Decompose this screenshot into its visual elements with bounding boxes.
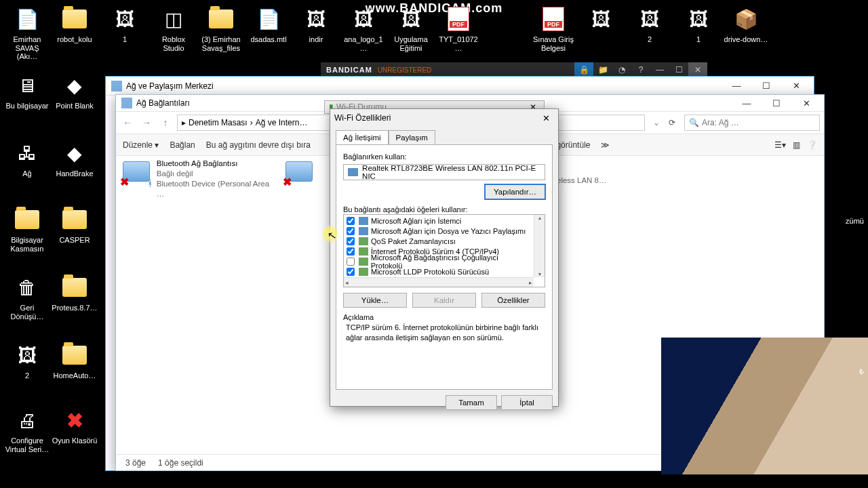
refresh-button[interactable]: ⟳: [664, 115, 680, 131]
protocol-checkbox[interactable]: [347, 217, 355, 225]
desktop-icon[interactable]: 🗑Geri Dönüşü…: [4, 274, 50, 321]
desktop-icon[interactable]: 🖧Ağ: [4, 140, 50, 178]
protocol-item[interactable]: Microsoft Ağ Bağdaştırıcısı Çoğullayıcı …: [345, 256, 532, 266]
back-button[interactable]: ←: [120, 115, 135, 130]
adapter-icon: [348, 168, 358, 176]
protocol-checkbox[interactable]: [347, 227, 355, 235]
desktop-icon-label: HandBrake: [52, 169, 98, 178]
desktop-icon-label: ana_logo_1…: [340, 35, 387, 52]
tabs: Ağ İletişimi Paylaşım: [330, 127, 558, 144]
properties-button[interactable]: Özellikler: [481, 293, 545, 308]
desktop-icon[interactable]: (3) Emirhan Savaş_files: [198, 5, 244, 52]
desktop-icon[interactable]: Bilgisayar Kasmasın: [4, 206, 50, 253]
desktop-icon[interactable]: 🖼2: [4, 342, 50, 380]
pdf-icon: PDF: [540, 5, 567, 33]
forward-button[interactable]: →: [139, 115, 154, 130]
connect-button[interactable]: Bağlan: [170, 140, 195, 150]
more-button[interactable]: ≫: [601, 140, 610, 150]
tab-networking[interactable]: Ağ İletişimi: [336, 130, 389, 145]
desktop-icon[interactable]: Proteus.8.7…: [52, 274, 98, 312]
titlebar[interactable]: Ağ ve Paylaşım Merkezi — ☐ ✕: [106, 77, 814, 96]
clock-icon[interactable]: ◔: [612, 62, 631, 77]
ok-button[interactable]: Tamam: [446, 395, 497, 410]
desktop-icon[interactable]: 🖼indir: [293, 5, 339, 44]
desktop-icon[interactable]: PDFTYT_01072…: [435, 5, 481, 52]
disable-button[interactable]: Bu ağ aygıtını devre dışı bıra: [206, 140, 311, 150]
close-button[interactable]: ✕: [781, 77, 811, 95]
minimize-button[interactable]: —: [722, 77, 751, 95]
help-icon[interactable]: ❔: [807, 140, 817, 150]
breadcrumb-item[interactable]: Ağ ve Intern…: [256, 118, 308, 127]
protocol-checkbox[interactable]: [347, 247, 355, 256]
desktop-icon[interactable]: 🖼2: [627, 5, 673, 44]
desktop-icon[interactable]: 🖼: [578, 5, 624, 35]
img-icon: 🖼: [685, 5, 712, 33]
desktop-icon[interactable]: 🖨Configure Virtual Seri…: [4, 407, 50, 453]
details-pane-icon[interactable]: ▥: [793, 140, 800, 150]
close-button[interactable]: ✕: [791, 94, 821, 112]
desktop-icon[interactable]: CASPER: [52, 206, 98, 245]
minimize-button[interactable]: —: [732, 94, 762, 112]
protocol-item[interactable]: Microsoft Ağları için Dosya ve Yazıcı Pa…: [345, 226, 532, 236]
view-menu-icon[interactable]: ☰▾: [774, 140, 786, 150]
protocol-checkbox[interactable]: [347, 268, 355, 276]
desktop-icon-label: HomeAuto…: [52, 371, 98, 380]
desktop-icon[interactable]: 🖼1: [675, 5, 722, 44]
desktop-icon[interactable]: ◆HandBrake: [52, 140, 98, 178]
protocol-list[interactable]: Microsoft Ağları için İstemciMicrosoft A…: [343, 214, 545, 287]
desktop-icon[interactable]: ✖Oyun Klasörü: [52, 407, 98, 445]
protocol-icon: [359, 227, 368, 235]
lock-icon[interactable]: 🔒: [574, 62, 593, 77]
maximize-button[interactable]: ☐: [751, 77, 781, 95]
install-button[interactable]: Yükle…: [343, 293, 407, 308]
scrollbar-horizontal[interactable]: ◂▸: [344, 277, 534, 287]
close-icon[interactable]: ✕: [688, 62, 707, 77]
desktop-icon-label: Oyun Klasörü: [52, 436, 98, 445]
folder-icon: [61, 274, 88, 301]
protocol-icon: [359, 258, 368, 266]
folder-icon: [61, 5, 88, 33]
desktop-icon[interactable]: 🖼ana_logo_1…: [340, 5, 387, 52]
desktop-icon[interactable]: 🖥Bu bilgisayar: [4, 72, 50, 110]
close-button[interactable]: ✕: [538, 111, 554, 125]
desktop-icon[interactable]: ◫Roblox Studio: [151, 5, 197, 52]
organize-menu[interactable]: Düzenle ▾: [123, 140, 159, 150]
configure-button[interactable]: Yapılandır…: [485, 184, 545, 199]
desktop-icon[interactable]: 🖼1: [102, 5, 148, 44]
search-input[interactable]: 🔍 Ara: Ağ …: [684, 115, 820, 131]
maximize-button[interactable]: ☐: [762, 94, 791, 112]
printer-icon: 🖨: [14, 407, 41, 434]
protocol-checkbox[interactable]: [347, 258, 355, 266]
connection-item-bluetooth[interactable]: ✖ᚼ Bluetooth Ağ Bağlantısı Bağlı değil B…: [123, 159, 279, 199]
desktop-icon[interactable]: robot_kolu: [52, 5, 98, 44]
help-icon[interactable]: ?: [631, 62, 650, 77]
bandicam-toolbar: BANDICAM UNREGISTERED 🔒 📁 ◔ ? — ☐ ✕: [321, 62, 707, 77]
desktop-icon[interactable]: HomeAuto…: [52, 342, 98, 380]
desktop-icon[interactable]: PDFSınava Giriş Belgesi: [530, 5, 576, 52]
tab-sharing[interactable]: Paylaşım: [389, 130, 435, 145]
dialog-titlebar[interactable]: Wi-Fi Özellikleri ✕: [330, 109, 558, 127]
minimize-icon[interactable]: —: [650, 62, 669, 77]
desktop-icon-label: dsadas.mtl: [245, 35, 292, 44]
cancel-button[interactable]: İptal: [501, 395, 553, 410]
protocol-checkbox[interactable]: [347, 237, 355, 245]
scrollbar-vertical[interactable]: ▴▾: [534, 215, 545, 277]
desktop-icon[interactable]: 📄Emirhan SAVAŞ (Akı…: [4, 5, 50, 61]
items-label: Bu bağlantı aşağıdaki öğeleri kullanır:: [343, 205, 467, 214]
desktop-icon[interactable]: ◆Point Blank: [52, 72, 98, 110]
breadcrumb-item[interactable]: Denetim Masası: [189, 118, 248, 127]
net-icon: 🖧: [14, 140, 41, 167]
up-button[interactable]: ↑: [158, 115, 173, 130]
protocol-item[interactable]: QoS Paket Zamanlayıcısı: [345, 236, 532, 246]
desktop-icon[interactable]: 🖼Uygulama Eğitimi: [388, 5, 434, 52]
desktop-icon[interactable]: 📦drive-down…: [723, 5, 769, 44]
folder-icon[interactable]: 📁: [593, 62, 612, 77]
protocol-label: Microsoft Ağları için İstemci: [371, 217, 461, 225]
protocol-item[interactable]: Microsoft Ağları için İstemci: [345, 216, 532, 226]
maximize-icon[interactable]: ☐: [669, 62, 688, 77]
webcam-overlay: [661, 338, 868, 474]
search-placeholder: Ara: Ağ …: [702, 118, 739, 127]
connection-status: Bağlı değil: [157, 169, 279, 179]
adapter-icon: ✖ᚼ: [123, 159, 151, 187]
desktop-icon[interactable]: 📄dsadas.mtl: [245, 5, 292, 44]
